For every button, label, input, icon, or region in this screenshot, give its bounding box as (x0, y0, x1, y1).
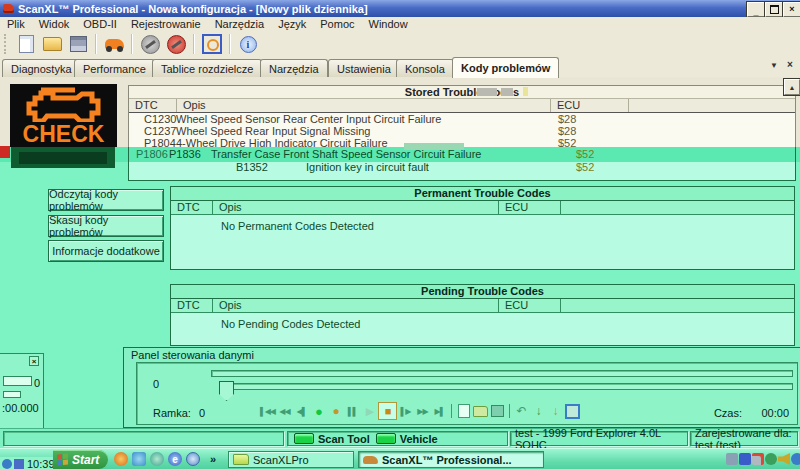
tab-performance[interactable]: Performance (74, 59, 155, 77)
menu-narzedzia[interactable]: Narzędzia (208, 17, 272, 31)
column-opis[interactable]: Opis (177, 99, 551, 112)
browser-icon[interactable] (114, 452, 128, 466)
overflow-chevron[interactable]: » (210, 453, 216, 465)
step-forward-button[interactable]: ▌▶ (397, 403, 414, 419)
app-shortcut-icon[interactable] (132, 452, 146, 466)
tab-scroll-down-icon[interactable]: ▼ (770, 61, 778, 70)
tab-narzedzia[interactable]: Narzędzia (260, 59, 328, 77)
car-icon (363, 456, 378, 464)
stored-codes-glitch-rows: P1806 P1836 Transfer Case Front Shaft Sp… (128, 147, 796, 181)
save-file-button[interactable] (67, 33, 89, 55)
menu-pomoc[interactable]: Pomoc (313, 17, 361, 31)
skip-start-button[interactable]: ▌◀◀ (259, 403, 276, 419)
slider-track[interactable] (223, 383, 793, 390)
tray-shield-icon[interactable] (765, 453, 777, 465)
open-file-button[interactable] (41, 33, 63, 55)
skip-end-button[interactable]: ▶▌ (431, 403, 448, 419)
mark-button[interactable]: ● (327, 403, 344, 419)
minimize-button[interactable]: _ (747, 2, 765, 17)
tray-icon[interactable] (2, 459, 12, 469)
table-row[interactable]: B1352 Ignition key in circuit fault $52 (129, 161, 795, 174)
tab-close-icon[interactable]: × (787, 59, 793, 70)
column-ecu[interactable]: ECU (551, 99, 629, 112)
column-dtc[interactable]: DTC (171, 201, 213, 214)
status-segment-empty (3, 431, 284, 446)
tab-ustawienia[interactable]: Ustawienia (328, 59, 400, 77)
title-bar: ScanXL™ Professional - Nowa konfiguracja… (0, 0, 800, 17)
dashboard-button[interactable] (201, 33, 223, 55)
info-button[interactable]: i (237, 33, 259, 55)
menu-plik[interactable]: Plik (0, 17, 32, 31)
grid-view-button[interactable] (564, 403, 581, 419)
slider-thumb[interactable] (219, 381, 234, 401)
scrollbar-up-button[interactable]: ▲ (784, 79, 800, 95)
menu-obd2[interactable]: OBD-II (76, 17, 124, 31)
disconnect-button[interactable] (165, 33, 187, 55)
skip-end-icon: ▶▌ (435, 407, 445, 416)
table-row[interactable]: C1230 Wheel Speed Sensor Rear Center Inp… (129, 113, 795, 125)
menu-widok[interactable]: Widok (32, 17, 77, 31)
start-button[interactable]: Start (53, 450, 108, 469)
rewind-button[interactable]: ◀◀ (276, 403, 293, 419)
menu-rejestrowanie[interactable]: Rejestrowanie (124, 17, 208, 31)
clear-codes-button[interactable]: Skasuj kody problemów (48, 215, 164, 237)
import-button[interactable]: ↓ (547, 403, 564, 419)
restore-button[interactable] (765, 2, 783, 17)
additional-info-button[interactable]: Informacje dodatkowe (48, 240, 164, 262)
fast-forward-button[interactable]: ▶▶ (414, 403, 431, 419)
vehicle-button[interactable] (103, 33, 125, 55)
task-button-scanxlpro-folder[interactable]: ScanXLPro (228, 451, 354, 468)
glitch-block (19, 152, 107, 164)
record-button[interactable]: ● (310, 403, 327, 419)
menu-window[interactable]: Window (362, 17, 415, 31)
stop-button[interactable]: ■ (378, 402, 397, 420)
tray-icon[interactable] (14, 459, 24, 469)
toolbar-grip[interactable] (4, 34, 9, 54)
open-log-button[interactable] (472, 403, 489, 419)
read-codes-label: Odczytaj kody problemów (49, 188, 163, 212)
tray-device-icon[interactable] (726, 453, 738, 465)
tab-diagnostyka[interactable]: Diagnostyka (2, 59, 81, 77)
tab-tablice[interactable]: Tablice rozdzielcze (152, 59, 262, 77)
progress-track[interactable] (211, 370, 793, 377)
tray-mute-icon[interactable] (752, 453, 764, 465)
new-log-button[interactable] (455, 403, 472, 419)
column-ecu[interactable]: ECU (499, 299, 561, 312)
media-player-icon[interactable] (186, 452, 200, 466)
read-codes-button[interactable]: Odczytaj kody problemów (48, 189, 164, 211)
fragment-close-icon[interactable]: × (29, 356, 39, 366)
tray-app-icon[interactable] (739, 453, 751, 465)
app-shortcut-icon[interactable] (150, 452, 164, 466)
table-row[interactable]: C1237 Wheel Speed Rear Input Signal Miss… (129, 125, 795, 137)
undo-button[interactable]: ↶ (513, 403, 530, 419)
tab-kody-problemow[interactable]: Kody problemów (452, 57, 559, 78)
tray-volume-icon[interactable] (778, 453, 790, 465)
export-button[interactable]: ↓ (530, 403, 547, 419)
save-log-button[interactable] (489, 403, 506, 419)
column-dtc[interactable]: DTC (171, 299, 213, 312)
menu-jezyk[interactable]: Język (271, 17, 313, 31)
desc-cell: Wheel Speed Sensor Rear Center Input Cir… (176, 113, 441, 125)
column-ecu[interactable]: ECU (499, 201, 561, 214)
column-dtc[interactable]: DTC (129, 99, 177, 112)
tray-clock-icon[interactable] (791, 453, 800, 465)
scan-tool-label: Scan Tool (318, 433, 370, 445)
new-file-button[interactable] (15, 33, 37, 55)
toolbar-separator (131, 34, 133, 54)
desc-cell: Ignition key in circuit fault (306, 161, 429, 174)
tab-konsola[interactable]: Konsola (396, 59, 454, 77)
column-opis[interactable]: Opis (213, 299, 499, 312)
step-back-button[interactable]: ◀▌ (293, 403, 310, 419)
ie-icon[interactable]: e (168, 452, 182, 466)
undo-icon: ↶ (516, 404, 526, 418)
time-label: Czas: (714, 407, 742, 419)
table-row[interactable]: P1806 P1836 Transfer Case Front Shaft Sp… (129, 147, 795, 161)
connect-button[interactable] (139, 33, 161, 55)
close-button[interactable]: × (783, 2, 800, 17)
pause-button[interactable]: ▌▌ (344, 403, 361, 419)
play-button[interactable]: ▶ (361, 403, 378, 419)
glitch-red-block (0, 146, 10, 158)
control-panel-body: 0 Ramka: 0 ▌◀◀ ◀◀ ◀▌ ● ● ▌▌ ▶ ■ ▌▶ ▶▶ ▶▌ (136, 362, 798, 425)
task-button-scanxl-app[interactable]: ScanXL™ Professional... (358, 451, 544, 468)
column-opis[interactable]: Opis (213, 201, 499, 214)
